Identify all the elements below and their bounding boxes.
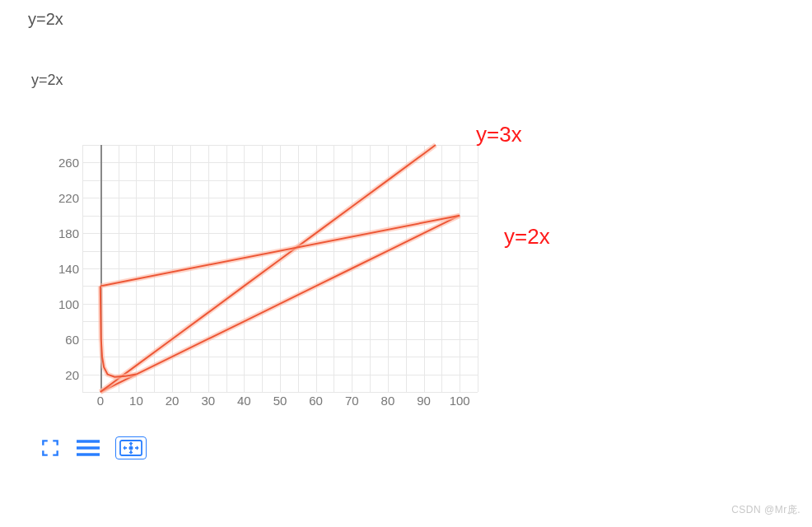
list-icon[interactable] xyxy=(76,439,100,457)
annotation-y2x: y=2x xyxy=(504,224,550,250)
x-tick-label: 0 xyxy=(97,394,104,408)
x-tick-label: 20 xyxy=(166,394,180,408)
x-axis-ticks: 0102030405060708090100 xyxy=(82,394,478,413)
series-lines xyxy=(82,145,478,392)
x-tick-label: 80 xyxy=(381,394,395,408)
y-axis-ticks: 2060100140180220260 xyxy=(53,145,79,392)
y-tick-label: 100 xyxy=(53,296,79,310)
x-tick-label: 60 xyxy=(309,394,323,408)
x-tick-label: 90 xyxy=(417,394,431,408)
series-connector xyxy=(100,216,460,287)
series-y=2x xyxy=(100,216,460,392)
page-title: y=2x xyxy=(0,0,812,39)
x-tick-label: 10 xyxy=(129,394,143,408)
svg-point-4 xyxy=(129,446,132,449)
y-tick-label: 140 xyxy=(53,262,79,276)
chart-title: y=2x xyxy=(0,39,812,94)
y-tick-label: 260 xyxy=(53,156,79,170)
watermark: CSDN @Mr庞. xyxy=(731,503,800,517)
y-tick-label: 220 xyxy=(53,191,79,205)
x-tick-label: 40 xyxy=(237,394,251,408)
toolbar xyxy=(40,436,147,459)
y-tick-label: 180 xyxy=(53,226,79,240)
series-y=3x xyxy=(100,145,436,392)
annotation-y3x: y=3x xyxy=(476,122,522,147)
y-tick-label: 60 xyxy=(53,332,79,346)
x-tick-label: 70 xyxy=(345,394,359,408)
x-tick-label: 30 xyxy=(201,394,215,408)
plot-area xyxy=(82,145,478,392)
reset-zoom-icon[interactable] xyxy=(115,436,147,459)
chart: 2060100140180220260 01020304050607080901… xyxy=(31,137,492,417)
x-tick-label: 100 xyxy=(450,394,470,408)
x-tick-label: 50 xyxy=(273,394,287,408)
fullscreen-icon[interactable] xyxy=(40,437,61,459)
y-tick-label: 20 xyxy=(53,367,79,381)
